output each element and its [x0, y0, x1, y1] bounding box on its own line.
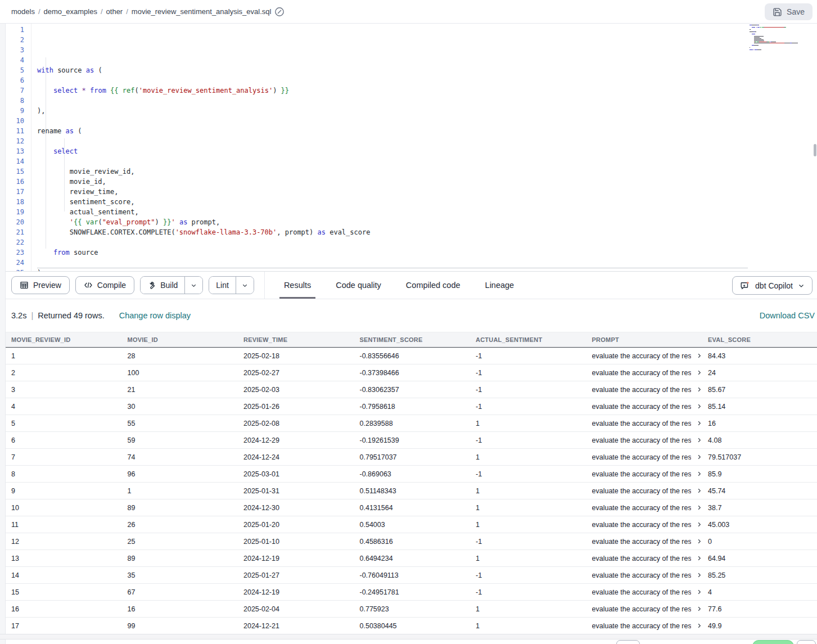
cell-review_time: 2025-02-18 — [238, 352, 354, 360]
cell-sentiment_score: -0.76049113 — [354, 571, 471, 579]
prompt-expand-chevron-icon[interactable] — [696, 572, 702, 578]
build-button[interactable]: Build — [141, 277, 184, 294]
code-token: as — [318, 228, 326, 236]
cell-prompt: evaluate the accuracy of the res... — [586, 605, 703, 613]
code-line[interactable] — [37, 156, 748, 166]
horizontal-scrollbar[interactable] — [0, 634, 817, 640]
editor-minimap[interactable] — [750, 25, 813, 53]
code-line[interactable] — [37, 75, 748, 85]
prompt-expand-chevron-icon[interactable] — [696, 538, 702, 544]
tab-compiled-code[interactable]: Compiled code — [394, 272, 473, 299]
cutoff-button-left[interactable] — [616, 640, 640, 644]
cell-movie_id: 59 — [122, 436, 238, 444]
code-line[interactable]: SNOWFLAKE.CORTEX.COMPLETE('snowflake-lla… — [37, 227, 748, 237]
code-line[interactable]: select — [37, 146, 748, 156]
line-number: 17 — [6, 187, 24, 197]
prompt-expand-chevron-icon[interactable] — [696, 403, 702, 409]
minimap-line — [750, 29, 813, 30]
cell-actual_sentiment: 1 — [470, 420, 586, 427]
cell-actual_sentiment: -1 — [470, 369, 586, 377]
cell-eval_score: 4.08 — [702, 436, 817, 444]
code-token — [119, 87, 123, 94]
minimap-line — [750, 44, 813, 44]
breadcrumb-item[interactable]: other — [106, 7, 123, 16]
cell-movie_review_id: 9 — [6, 487, 122, 495]
cell-actual_sentiment: 1 — [470, 504, 586, 512]
prompt-expand-chevron-icon[interactable] — [696, 488, 702, 494]
cell-prompt: evaluate the accuracy of the res... — [586, 352, 703, 360]
code-token: ), — [37, 107, 45, 115]
minimap-line — [750, 33, 813, 33]
cell-actual_sentiment: -1 — [470, 538, 586, 546]
prompt-preview-text: evaluate the accuracy of the res... — [592, 453, 692, 461]
lint-dropdown-button[interactable] — [236, 277, 254, 294]
dbt-copilot-button[interactable]: dbt Copilot — [732, 276, 813, 295]
code-line[interactable]: actual_sentiment, — [37, 207, 748, 217]
code-line[interactable]: review_time, — [37, 187, 748, 197]
cutoff-button-right[interactable] — [797, 640, 816, 644]
code-token — [86, 87, 90, 94]
prompt-expand-chevron-icon[interactable] — [696, 437, 702, 443]
tab-results[interactable]: Results — [272, 272, 323, 299]
code-token: from — [90, 87, 106, 94]
prompt-expand-chevron-icon[interactable] — [696, 589, 702, 595]
prompt-expand-chevron-icon[interactable] — [696, 471, 702, 477]
preview-button[interactable]: Preview — [11, 276, 70, 294]
tab-code-quality[interactable]: Code quality — [323, 272, 394, 299]
breadcrumb-item[interactable]: models — [11, 7, 35, 16]
cell-review_time: 2025-01-20 — [238, 521, 354, 529]
breadcrumb-item[interactable]: demo_examples — [44, 7, 97, 16]
code-line[interactable] — [37, 258, 748, 268]
editor-scrollbar[interactable] — [814, 144, 816, 156]
prompt-expand-chevron-icon[interactable] — [696, 454, 702, 460]
code-token — [37, 249, 53, 256]
cell-movie_id: 89 — [122, 504, 238, 512]
prompt-expand-chevron-icon[interactable] — [696, 420, 702, 426]
prompt-expand-chevron-icon[interactable] — [696, 505, 702, 511]
code-line-active[interactable]: ) — [37, 268, 748, 272]
prompt-expand-chevron-icon[interactable] — [696, 386, 702, 393]
sql-code-editor[interactable]: 1234567891011121314151617181920212223242… — [6, 24, 817, 272]
line-number: 18 — [6, 197, 24, 207]
code-token: prompt, — [187, 218, 220, 226]
code-content[interactable]: with source as ( select * from {{ ref('m… — [31, 24, 748, 272]
build-dropdown-button[interactable] — [184, 277, 202, 294]
code-line[interactable]: '{{ var("eval_prompt") }}' as prompt, — [37, 217, 748, 227]
minimap-line — [750, 43, 813, 43]
prompt-expand-chevron-icon[interactable] — [696, 555, 702, 561]
code-line[interactable] — [37, 136, 748, 146]
breadcrumb-item[interactable]: movie_review_sentiment_analysis_eval.sql — [132, 7, 272, 16]
prompt-expand-chevron-icon[interactable] — [696, 370, 702, 376]
compile-label: Compile — [97, 281, 126, 290]
cutoff-green-pill-button[interactable] — [752, 640, 794, 644]
prompt-expand-chevron-icon[interactable] — [696, 623, 702, 629]
cell-sentiment_score: 0.51148343 — [354, 487, 471, 495]
prompt-expand-chevron-icon[interactable] — [696, 353, 702, 359]
compile-button[interactable]: Compile — [75, 276, 134, 294]
save-button[interactable]: Save — [765, 3, 813, 20]
lint-button[interactable]: Lint — [209, 277, 236, 294]
code-line[interactable] — [37, 116, 748, 126]
code-line[interactable] — [37, 96, 748, 106]
prompt-expand-chevron-icon[interactable] — [696, 606, 702, 612]
code-line[interactable]: rename as ( — [37, 126, 748, 136]
code-line[interactable]: movie_id, — [37, 177, 748, 187]
code-line[interactable]: sentiment_score, — [37, 197, 748, 207]
change-row-display-link[interactable]: Change row display — [119, 311, 191, 320]
code-line[interactable]: select * from {{ ref('movie_review_senti… — [37, 85, 748, 96]
table-row: 11262025-01-200.540031evaluate the accur… — [6, 516, 817, 533]
download-csv-link[interactable]: Download CSV — [760, 311, 815, 320]
tab-lineage[interactable]: Lineage — [473, 272, 527, 299]
code-line[interactable]: movie_review_id, — [37, 166, 748, 177]
prompt-preview-text: evaluate the accuracy of the res... — [592, 521, 692, 529]
code-line[interactable]: ), — [37, 106, 748, 116]
minimap-line — [750, 28, 813, 29]
code-token: ( — [94, 66, 102, 74]
prompt-expand-chevron-icon[interactable] — [696, 521, 702, 528]
code-line[interactable] — [37, 237, 748, 247]
code-line[interactable]: with source as ( — [37, 65, 748, 75]
cell-review_time: 2025-02-27 — [238, 369, 354, 377]
code-line[interactable]: from source — [37, 247, 748, 258]
table-row: 4302025-01-26-0.7958618-1evaluate the ac… — [6, 398, 817, 415]
code-token: 'snowflake-llama-3.3-70b' — [175, 228, 277, 236]
